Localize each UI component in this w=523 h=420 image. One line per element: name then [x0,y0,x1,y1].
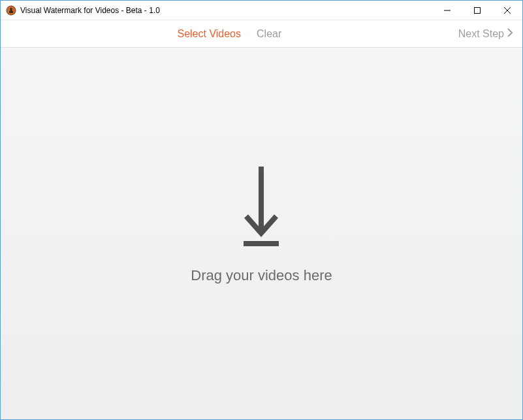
clear-button[interactable]: Clear [257,28,281,40]
titlebar[interactable]: Visual Watermark for Videos - Beta - 1.0 [1,1,522,20]
window-controls [432,1,522,20]
toolbar-center: Select Videos Clear [1,28,458,40]
app-window: Visual Watermark for Videos - Beta - 1.0… [0,0,523,420]
window-title: Visual Watermark for Videos - Beta - 1.0 [20,6,160,15]
app-icon [6,5,16,16]
maximize-button[interactable] [462,1,492,20]
toolbar: Select Videos Clear Next Step [1,20,522,48]
content-area[interactable]: Drag your videos here [1,48,522,419]
minimize-button[interactable] [432,1,462,20]
drop-text: Drag your videos here [191,267,332,284]
svg-rect-4 [475,7,481,13]
svg-rect-2 [9,10,13,13]
drop-area[interactable]: Drag your videos here [191,165,332,284]
next-step-button[interactable]: Next Step [458,28,513,40]
select-videos-button[interactable]: Select Videos [177,28,241,40]
close-button[interactable] [492,1,522,20]
download-arrow-icon [238,165,284,253]
next-step-label: Next Step [458,28,504,40]
chevron-right-icon [507,28,513,40]
svg-rect-1 [10,8,12,11]
